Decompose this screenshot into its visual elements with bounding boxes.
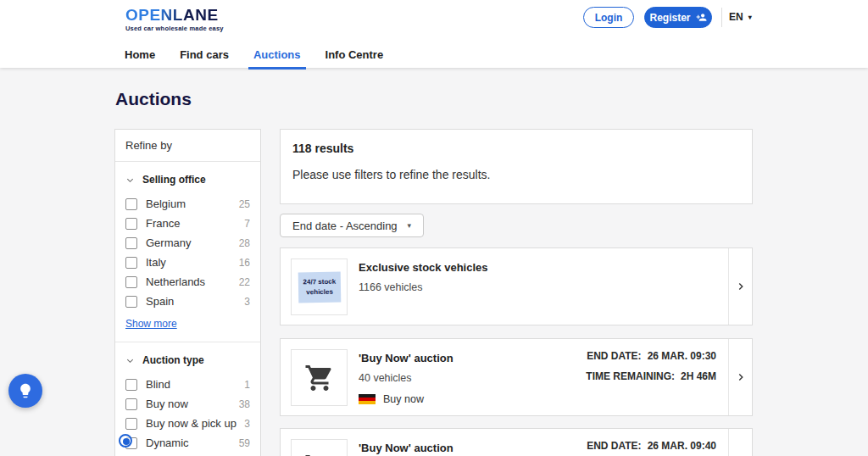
register-button[interactable]: Register [644,7,712,28]
filter-option-count: 3 [244,418,250,430]
filter-option-spain[interactable]: Spain 3 [125,295,250,308]
filter-option-count: 25 [239,198,250,210]
feedback-fab-button[interactable] [8,374,42,408]
lightbulb-icon [17,382,34,399]
filter-option-count: 38 [239,398,250,410]
filter-section-selling-office: Selling office Belgium 25 France 7 Germa… [115,162,260,342]
filter-option-count: 16 [239,257,250,269]
filter-option-dynamic[interactable]: Dynamic 59 [125,437,250,449]
checkbox[interactable] [125,276,137,288]
filter-option-label: Buy now [146,398,188,410]
checkbox[interactable] [125,218,137,230]
filter-option-count: 3 [244,296,250,308]
person-add-icon [696,12,707,23]
nav-item-auctions[interactable]: Auctions [253,48,301,67]
filter-option-buy-now-pick-up[interactable]: Buy now & pick up 3 [125,417,250,430]
germany-flag-icon [359,394,376,405]
selling-office-header[interactable]: Selling office [125,174,250,186]
checkbox[interactable] [125,198,137,210]
end-date-value: 26 MAR. 09:40 [648,440,716,452]
header-divider [721,8,722,27]
chevron-down-icon: ▾ [408,221,412,230]
filters-sidebar: Refine by Selling office Belgium 25 Fran… [114,129,261,456]
filter-option-label: Spain [146,295,174,308]
auction-thumbnail [291,439,348,456]
auction-card-buy-now-2[interactable]: 'Buy Now' auction 28 vehicles END DATE:2… [280,428,753,456]
checkbox[interactable] [125,296,137,308]
register-label: Register [649,12,690,24]
nav-item-home[interactable]: Home [125,48,155,67]
open-auction-chevron[interactable] [728,429,752,456]
main-nav: Home Find cars Auctions Info Centre [125,48,383,67]
logo-wordmark: OPENLANE [125,7,224,23]
card-body: 'Buy Now' auction 40 vehicles Buy now [359,349,453,405]
language-label: EN [729,11,743,23]
time-remaining-line: TIME REMAINING:2H 46M [586,370,716,382]
checkbox[interactable] [125,237,137,249]
login-label: Login [595,12,623,24]
checkbox[interactable] [125,257,137,269]
language-selector[interactable]: EN ▾ [729,11,752,23]
card-body: 'Buy Now' auction 28 vehicles [359,439,453,456]
filter-option-label: Italy [146,256,166,269]
nav-item-find-cars[interactable]: Find cars [180,48,229,67]
login-button[interactable]: Login [583,7,634,28]
page-title: Auctions [115,89,192,109]
card-content: 24/7 stock vehicles Exclusive stock vehi… [281,248,752,325]
sort-label: End date - Ascending [292,220,398,232]
filter-option-label: Belgium [146,197,186,210]
auction-thumbnail: 24/7 stock vehicles [291,259,348,315]
stock-badge: 24/7 stock vehicles [298,271,341,303]
filter-option-italy[interactable]: Italy 16 [125,256,250,269]
auction-card-exclusive-stock[interactable]: 24/7 stock vehicles Exclusive stock vehi… [280,247,753,325]
chevron-down-icon: ▾ [748,14,752,21]
auctions-page: OPENLANE Used car wholesale made easy Lo… [0,0,868,456]
shopping-cart-icon [304,453,335,456]
chevron-right-icon [735,281,747,292]
auction-card-buy-now-1[interactable]: 'Buy Now' auction 40 vehicles Buy now EN… [280,338,753,416]
filter-section-auction-type: Auction type Blind 1 Buy now 38 Buy now … [115,342,260,456]
chevron-down-icon [125,175,135,185]
sort-dropdown[interactable]: End date - Ascending ▾ [280,214,424,237]
logo-text: OPENLANE [125,6,219,24]
checkbox[interactable] [125,418,137,430]
auction-meta: END DATE:26 MAR. 09:40 TIME REMAINING:2H… [586,440,716,456]
filter-option-count: 59 [239,437,250,449]
filter-option-germany[interactable]: Germany 28 [125,236,250,249]
filter-option-belgium[interactable]: Belgium 25 [125,197,250,210]
open-auction-chevron[interactable] [728,339,752,415]
nav-item-info-centre[interactable]: Info Centre [326,48,384,67]
filter-option-label: Dynamic [146,437,189,449]
vehicle-count: 1166 vehicles [359,281,487,293]
filter-option-label: Germany [146,236,191,249]
show-more-link[interactable]: Show more [125,318,177,330]
results-hint: Please use filters to refine the results… [292,168,740,181]
cursor-click-indicator [119,434,132,448]
filter-option-france[interactable]: France 7 [125,217,250,230]
chevron-right-icon [735,371,747,383]
filter-option-buy-now[interactable]: Buy now 38 [125,398,250,410]
end-date-line: END DATE:26 MAR. 09:30 [586,350,716,362]
filter-option-label: France [146,217,180,230]
end-date-label: END DATE: [587,350,641,362]
time-remaining-value: 2H 46M [681,370,716,382]
auction-title: Exclusive stock vehicles [359,261,487,274]
filter-option-count: 28 [239,237,250,249]
shopping-cart-icon [304,363,335,393]
cursor-click-dot [123,438,130,445]
checkbox[interactable] [125,379,137,391]
filter-option-count: 7 [244,218,250,230]
refine-by-title: Refine by [115,130,260,162]
openlane-logo[interactable]: OPENLANE Used car wholesale made easy [125,7,224,32]
filter-option-blind[interactable]: Blind 1 [125,378,250,391]
logo-tagline: Used car wholesale made easy [125,25,224,32]
checkbox[interactable] [125,398,137,410]
filter-option-netherlands[interactable]: Netherlands 22 [125,275,250,288]
filter-option-count: 22 [239,276,250,288]
card-body: Exclusive stock vehicles 1166 vehicles [359,259,487,314]
auction-thumbnail [291,349,348,406]
filter-option-count: 1 [244,379,250,391]
open-auction-chevron[interactable] [728,248,752,325]
auction-type-header[interactable]: Auction type [125,354,250,366]
filter-option-label: Blind [146,378,170,391]
